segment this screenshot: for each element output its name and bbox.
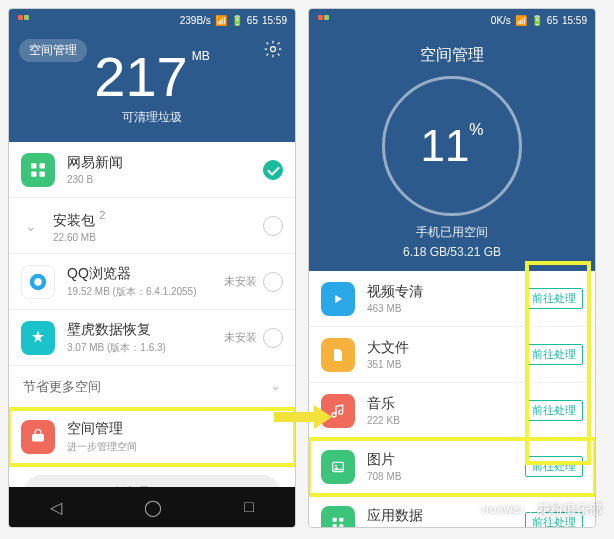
- nav-bar: ◁ ◯ □: [9, 487, 295, 527]
- item-name: 大文件: [367, 339, 525, 357]
- wifi-icon: 📶: [215, 15, 227, 26]
- item-meta: 3.07 MB (版本：1.6.3): [67, 341, 224, 355]
- cleanable-unit: MB: [192, 49, 210, 63]
- nav-recent-icon[interactable]: □: [244, 498, 254, 516]
- gear-icon[interactable]: [263, 39, 283, 59]
- battery-icon: 🔋65: [531, 15, 558, 26]
- header-left: 空间管理 217MB 可清理垃圾: [9, 31, 295, 142]
- item-name: 网易新闻: [67, 154, 263, 172]
- svg-rect-11: [333, 517, 337, 521]
- nav-home-icon[interactable]: ◯: [144, 498, 162, 517]
- svg-rect-14: [339, 524, 343, 527]
- list-item[interactable]: QQ浏览器 19.52 MB (版本：6.4.1.2055) 未安装: [9, 254, 295, 310]
- item-meta: 19.52 MB (版本：6.4.1.2055): [67, 285, 224, 299]
- chevron-down-icon[interactable]: ⌄: [270, 378, 281, 396]
- item-meta: 708 MB: [367, 471, 525, 482]
- svg-rect-13: [333, 524, 337, 527]
- space-management-row[interactable]: 空间管理 进一步管理空间: [9, 409, 295, 465]
- arrow-icon: [272, 402, 332, 432]
- list-item[interactable]: 壁虎数据恢复 3.07 MB (版本：1.6.3) 未安装: [9, 310, 295, 366]
- item-name: 安装包 2: [53, 208, 263, 230]
- svg-rect-4: [40, 171, 45, 176]
- category-list: 视频专清463 MB 前往处理 大文件351 MB 前往处理 音乐222 KB …: [309, 271, 595, 527]
- section-header: 节省更多空间⌄: [9, 366, 295, 409]
- net-speed: 0K/s: [491, 15, 511, 26]
- file-icon: [321, 338, 355, 372]
- svg-point-6: [34, 278, 41, 285]
- watermark-brand: HUAWEI: [482, 505, 524, 515]
- status-indicator: [317, 14, 329, 26]
- checkbox-icon[interactable]: [263, 160, 283, 180]
- usage-detail: 6.18 GB/53.21 GB: [309, 245, 595, 259]
- status-indicator: [17, 14, 29, 26]
- checkbox-icon[interactable]: [263, 216, 283, 236]
- wifi-icon: 📶: [515, 15, 527, 26]
- usage-percent: 11: [420, 121, 469, 170]
- checkbox-icon[interactable]: [263, 328, 283, 348]
- huawei-logo-icon: [450, 497, 476, 523]
- item-name: 音乐: [367, 395, 525, 413]
- list-item[interactable]: 大文件351 MB 前往处理: [309, 327, 595, 383]
- goto-button[interactable]: 前往处理: [525, 400, 583, 421]
- cleanable-size: 217: [94, 45, 187, 108]
- clean-list: 网易新闻 230 B ⌄ 安装包 2 22.60 MB QQ浏览器: [9, 142, 295, 487]
- header-pill[interactable]: 空间管理: [19, 39, 87, 62]
- nav-back-icon[interactable]: ◁: [50, 498, 62, 517]
- svg-rect-3: [31, 171, 36, 176]
- clock: 15:59: [562, 15, 587, 26]
- svg-point-10: [335, 464, 337, 466]
- item-name: 壁虎数据恢复: [67, 321, 224, 339]
- usage-ring: 11%: [382, 76, 522, 216]
- chevron-down-icon[interactable]: ⌄: [21, 218, 41, 234]
- phone-right: 0K/s 📶 🔋65 15:59 空间管理 11% 手机已用空间 6.18 GB…: [308, 8, 596, 528]
- video-icon: [321, 282, 355, 316]
- net-speed: 239B/s: [180, 15, 211, 26]
- item-meta: 22.60 MB: [53, 232, 263, 243]
- checkbox-icon[interactable]: [263, 272, 283, 292]
- item-name: 视频专清: [367, 283, 525, 301]
- item-name: 空间管理: [67, 420, 283, 438]
- watermark: HUAWEI 花粉俱乐部: [450, 497, 602, 523]
- storage-icon: [21, 420, 55, 454]
- item-name: 图片: [367, 451, 525, 469]
- list-item[interactable]: ⌄ 安装包 2 22.60 MB: [9, 198, 295, 254]
- svg-marker-8: [335, 295, 342, 303]
- clean-button[interactable]: 一键清理 (153 MB): [23, 475, 281, 487]
- battery-icon: 🔋65: [231, 15, 258, 26]
- header-right: 空间管理 11% 手机已用空间 6.18 GB/53.21 GB: [309, 31, 595, 271]
- status-bar: 239B/s 📶 🔋65 15:59: [9, 9, 295, 31]
- usage-subtitle: 手机已用空间: [309, 224, 595, 241]
- app-icon: [21, 321, 55, 355]
- svg-rect-7: [32, 434, 44, 442]
- item-meta: 463 MB: [367, 303, 525, 314]
- clock: 15:59: [262, 15, 287, 26]
- apps-icon: [321, 506, 355, 528]
- watermark-text: 花粉俱乐部: [530, 501, 602, 519]
- app-icon: [21, 153, 55, 187]
- percent-sign: %: [469, 121, 483, 138]
- goto-button[interactable]: 前往处理: [525, 288, 583, 309]
- goto-button[interactable]: 前往处理: [525, 344, 583, 365]
- item-name: QQ浏览器: [67, 265, 224, 283]
- app-icon: [21, 265, 55, 299]
- list-item[interactable]: 图片708 MB 前往处理: [309, 439, 595, 495]
- list-item[interactable]: 网易新闻 230 B: [9, 142, 295, 198]
- list-item[interactable]: 音乐222 KB 前往处理: [309, 383, 595, 439]
- svg-rect-12: [339, 517, 343, 521]
- item-meta: 进一步管理空间: [67, 440, 283, 454]
- phone-left: 239B/s 📶 🔋65 15:59 空间管理 217MB 可清理垃圾 网易新闻…: [8, 8, 296, 528]
- header-subtitle: 可清理垃圾: [9, 109, 295, 126]
- svg-point-0: [271, 47, 276, 52]
- page-title: 空间管理: [309, 45, 595, 66]
- svg-rect-2: [40, 163, 45, 168]
- item-meta: 222 KB: [367, 415, 525, 426]
- list-item[interactable]: 视频专清463 MB 前往处理: [309, 271, 595, 327]
- item-meta: 351 MB: [367, 359, 525, 370]
- svg-marker-15: [314, 405, 332, 429]
- svg-rect-1: [31, 163, 36, 168]
- status-bar: 0K/s 📶 🔋65 15:59: [309, 9, 595, 31]
- item-meta: 230 B: [67, 174, 263, 185]
- goto-button[interactable]: 前往处理: [525, 456, 583, 477]
- item-status: 未安装: [224, 274, 257, 289]
- item-status: 未安装: [224, 330, 257, 345]
